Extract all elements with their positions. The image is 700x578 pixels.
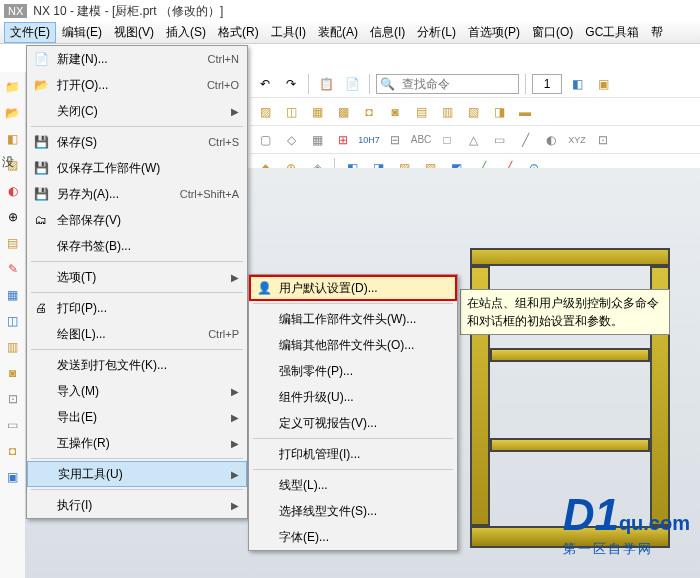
file-menu-item[interactable]: 选项(T)▶ (27, 264, 247, 290)
misc-icon[interactable]: ⊡ (592, 129, 614, 151)
menu-preferences[interactable]: 首选项(P) (462, 22, 526, 43)
solid9-icon[interactable]: ▧ (462, 101, 484, 123)
save-as-icon: 💾 (31, 184, 51, 204)
nav1-icon[interactable]: 📁 (2, 76, 24, 98)
solid8-icon[interactable]: ▥ (436, 101, 458, 123)
solid1-icon[interactable]: ▨ (254, 101, 276, 123)
nav7-icon[interactable]: ▤ (2, 232, 24, 254)
submenu-item[interactable]: 组件升级(U)... (249, 384, 457, 410)
solid3-icon[interactable]: ▦ (306, 101, 328, 123)
page-number-input[interactable] (532, 74, 562, 94)
file-menu-item[interactable]: 绘图(L)...Ctrl+P (27, 321, 247, 347)
grid-icon[interactable]: ▦ (306, 129, 328, 151)
submenu-item[interactable]: 编辑其他部件文件头(O)... (249, 332, 457, 358)
menu-help[interactable]: 帮 (645, 22, 669, 43)
sk1-icon[interactable]: ▢ (254, 129, 276, 151)
square-icon[interactable]: □ (436, 129, 458, 151)
submenu-item[interactable]: 打印机管理(I)... (249, 441, 457, 467)
file-menu-item[interactable]: 保存书签(B)... (27, 233, 247, 259)
xyz-icon[interactable]: XYZ (566, 129, 588, 151)
menu-window[interactable]: 窗口(O) (526, 22, 579, 43)
menu-view[interactable]: 视图(V) (108, 22, 160, 43)
menu-tools[interactable]: 工具(I) (265, 22, 312, 43)
submenu-item[interactable]: 选择线型文件(S)... (249, 498, 457, 524)
command-finder[interactable]: 🔍 (376, 74, 519, 94)
nav5-icon[interactable]: ◐ (2, 180, 24, 202)
nav13-icon[interactable]: ⊡ (2, 388, 24, 410)
submenu-item[interactable]: 👤用户默认设置(D)... (249, 275, 457, 301)
line-icon[interactable]: ╱ (514, 129, 536, 151)
menu-gctoolbox[interactable]: GC工具箱 (579, 22, 645, 43)
file-menu: 📄新建(N)...Ctrl+N📂打开(O)...Ctrl+O关闭(C)▶💾保存(… (26, 45, 248, 519)
nav12-icon[interactable]: ◙ (2, 362, 24, 384)
solid2-icon[interactable]: ◫ (280, 101, 302, 123)
submenu-item[interactable]: 定义可视报告(V)... (249, 410, 457, 436)
submenu-item[interactable]: 编辑工作部件文件头(W)... (249, 306, 457, 332)
save-all-icon: 🗂 (31, 210, 51, 230)
new-icon: 📄 (31, 49, 51, 69)
nav8-icon[interactable]: ✎ (2, 258, 24, 280)
tri-icon[interactable]: △ (462, 129, 484, 151)
text-icon[interactable]: ABC (410, 129, 432, 151)
nav14-icon[interactable]: ▭ (2, 414, 24, 436)
align-icon[interactable]: ⊟ (384, 129, 406, 151)
nav2-icon[interactable]: 📂 (2, 102, 24, 124)
solid6-icon[interactable]: ◙ (384, 101, 406, 123)
file-menu-item[interactable]: 发送到打包文件(K)... (27, 352, 247, 378)
dim-icon[interactable]: ⊞ (332, 129, 354, 151)
menu-info[interactable]: 信息(I) (364, 22, 411, 43)
nx-logo: NX (4, 4, 27, 18)
paste-icon[interactable]: 📄 (341, 73, 363, 95)
file-menu-item[interactable]: 执行(I)▶ (27, 492, 247, 518)
redo-icon[interactable]: ↷ (280, 73, 302, 95)
solid10-icon[interactable]: ◨ (488, 101, 510, 123)
sk2-icon[interactable]: ◇ (280, 129, 302, 151)
submenu-item[interactable]: 强制零件(P)... (249, 358, 457, 384)
nav10-icon[interactable]: ◫ (2, 310, 24, 332)
file-menu-item[interactable]: 关闭(C)▶ (27, 98, 247, 124)
menu-format[interactable]: 格式(R) (212, 22, 265, 43)
solid4-icon[interactable]: ▩ (332, 101, 354, 123)
file-menu-item[interactable]: 💾另存为(A)...Ctrl+Shift+A (27, 181, 247, 207)
submenu-item[interactable]: 线型(L)... (249, 472, 457, 498)
nav15-icon[interactable]: ◘ (2, 440, 24, 462)
nav3-icon[interactable]: ◧ (2, 128, 24, 150)
file-menu-item[interactable]: 导出(E)▶ (27, 404, 247, 430)
file-menu-item[interactable]: 互操作(R)▶ (27, 430, 247, 456)
tooltip: 在站点、组和用户级别控制众多命令和对话框的初始设置和参数。 (460, 289, 670, 335)
menu-assembly[interactable]: 装配(A) (312, 22, 364, 43)
cube-icon[interactable]: ◧ (566, 73, 588, 95)
vertical-toolbar: 📁 📂 ◧ ▨ ◐ ⊕ ▤ ✎ ▦ ◫ ▥ ◙ ⊡ ▭ ◘ ▣ (0, 72, 26, 578)
nav16-icon[interactable]: ▣ (2, 466, 24, 488)
print-icon: 🖨 (31, 298, 51, 318)
h7-icon[interactable]: 10H7 (358, 129, 380, 151)
file-menu-item[interactable]: 导入(M)▶ (27, 378, 247, 404)
copy-icon[interactable]: 📋 (315, 73, 337, 95)
window-title: NX 10 - 建模 - [厨柜.prt （修改的）] (33, 3, 223, 20)
menu-edit[interactable]: 编辑(E) (56, 22, 108, 43)
menu-file[interactable]: 文件(E) (4, 22, 56, 43)
file-menu-item[interactable]: 实用工具(U)▶ (27, 461, 247, 487)
nav11-icon[interactable]: ▥ (2, 336, 24, 358)
file-menu-item[interactable]: 🖨打印(P)... (27, 295, 247, 321)
titlebar: NX NX 10 - 建模 - [厨柜.prt （修改的）] (0, 0, 700, 22)
box-icon[interactable]: ▣ (592, 73, 614, 95)
nav6-icon[interactable]: ⊕ (2, 206, 24, 228)
menu-analysis[interactable]: 分析(L) (411, 22, 462, 43)
file-menu-item[interactable]: 💾仅保存工作部件(W) (27, 155, 247, 181)
menu-insert[interactable]: 插入(S) (160, 22, 212, 43)
nav9-icon[interactable]: ▦ (2, 284, 24, 306)
undo-icon[interactable]: ↶ (254, 73, 276, 95)
circle-icon[interactable]: ◐ (540, 129, 562, 151)
solid5-icon[interactable]: ◘ (358, 101, 380, 123)
submenu-item[interactable]: 字体(E)... (249, 524, 457, 550)
command-finder-input[interactable] (398, 77, 518, 91)
rect-icon[interactable]: ▭ (488, 129, 510, 151)
file-menu-item[interactable]: 📄新建(N)...Ctrl+N (27, 46, 247, 72)
user-icon: 👤 (255, 279, 273, 297)
file-menu-item[interactable]: 📂打开(O)...Ctrl+O (27, 72, 247, 98)
solid11-icon[interactable]: ▬ (514, 101, 536, 123)
file-menu-item[interactable]: 🗂全部保存(V) (27, 207, 247, 233)
file-menu-item[interactable]: 💾保存(S)Ctrl+S (27, 129, 247, 155)
solid7-icon[interactable]: ▤ (410, 101, 432, 123)
